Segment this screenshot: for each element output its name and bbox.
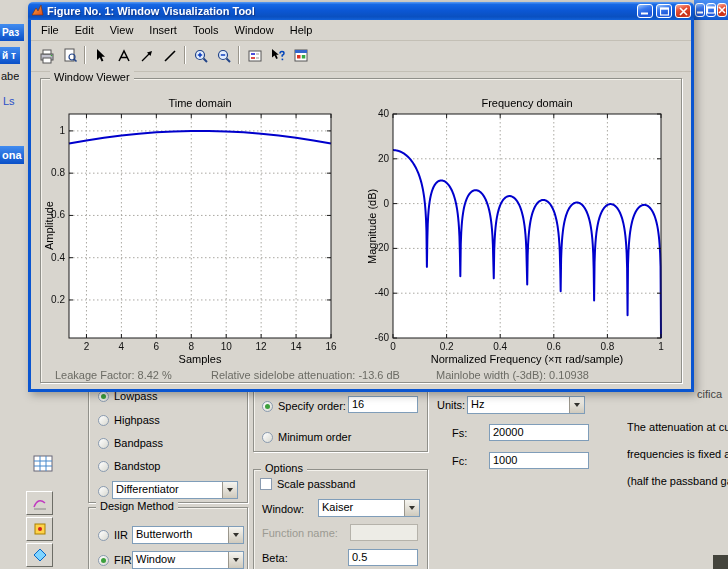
svg-text:0.8: 0.8: [600, 341, 614, 352]
print-button[interactable]: [35, 45, 58, 67]
radio-icon: [262, 432, 273, 443]
time-domain-plot: Time domain Amplitude 2468101214160.20.4…: [41, 79, 362, 382]
menu-insert[interactable]: Insert: [141, 21, 185, 39]
chevron-down-icon[interactable]: [228, 527, 243, 543]
minimize-button[interactable]: [695, 3, 705, 17]
radio-bandpass[interactable]: Bandpass: [98, 436, 163, 450]
menu-view[interactable]: View: [102, 21, 142, 39]
svg-text:12: 12: [256, 341, 268, 352]
svg-text:1: 1: [59, 125, 65, 136]
combo-value: Kaiser: [319, 500, 404, 516]
corner-fragment: [713, 555, 728, 569]
whats-this-button[interactable]: [266, 45, 289, 67]
frequency-domain-axes: 00.20.40.60.81-60-40-2002040: [362, 79, 683, 359]
scale-passband-checkbox[interactable]: Scale passband: [260, 477, 355, 491]
chevron-down-icon[interactable]: [222, 482, 237, 498]
svg-text:4: 4: [119, 341, 125, 352]
window-viewer-group: Window Viewer Time domain Amplitude 2468…: [40, 78, 682, 383]
maximize-button[interactable]: [706, 3, 716, 17]
sidebar-tool-button-3[interactable]: [26, 543, 53, 567]
units-select[interactable]: Hz: [467, 396, 585, 414]
radio-minimum-order[interactable]: Minimum order: [262, 430, 351, 444]
frequency-domain-plot: Frequency domain Magnitude (dB) 00.20.40…: [362, 79, 683, 382]
radio-label: Specify order:: [278, 400, 346, 412]
grid-view-icon[interactable]: [33, 455, 53, 472]
radio-icon: [98, 530, 109, 541]
insert-arrow-button[interactable]: [135, 45, 158, 67]
svg-text:16: 16: [325, 341, 337, 352]
radio-label: Minimum order: [278, 431, 351, 443]
radio-label: Bandstop: [114, 460, 160, 472]
fs-label: Fs:: [452, 427, 467, 439]
order-field[interactable]: 16: [348, 396, 418, 413]
chevron-down-icon[interactable]: [404, 500, 419, 516]
svg-text:20: 20: [378, 153, 390, 164]
group-label: Design Method: [96, 500, 178, 512]
toolbar-separator: [81, 46, 89, 66]
fc-label: Fc:: [452, 455, 467, 467]
zoom-out-button[interactable]: [212, 45, 235, 67]
menu-edit[interactable]: Edit: [67, 21, 102, 39]
menu-bar: File Edit View Insert Tools Window Help: [31, 20, 691, 41]
legend-button[interactable]: [243, 45, 266, 67]
edit-plot-button[interactable]: [89, 45, 112, 67]
menu-tools[interactable]: Tools: [185, 21, 227, 39]
maximize-button[interactable]: [656, 4, 672, 18]
svg-text:-20: -20: [375, 242, 390, 253]
window-label: Window:: [262, 503, 304, 515]
sidebar-tool-button-1[interactable]: [26, 491, 53, 515]
chevron-down-icon[interactable]: [228, 552, 243, 568]
fc-field[interactable]: 1000: [489, 452, 589, 469]
menu-file[interactable]: File: [33, 21, 67, 39]
radio-differentiator[interactable]: [98, 484, 109, 498]
fir-method-select[interactable]: Window: [132, 551, 244, 569]
svg-text:6: 6: [154, 341, 160, 352]
svg-text:1: 1: [658, 341, 664, 352]
svg-text:40: 40: [378, 108, 390, 119]
x-axis-label: Normalized Frequency (×π rad/sample): [393, 353, 661, 366]
figure-titlebar[interactable]: Figure No. 1: Window Visualization Tool: [28, 2, 694, 20]
x-axis-label: Samples: [69, 353, 331, 366]
svg-text:8: 8: [188, 341, 194, 352]
background-window-titlebar[interactable]: [694, 0, 728, 20]
leakage-factor-status: Leakage Factor: 8.42 %: [55, 369, 172, 381]
description-line: (half the passband ga: [627, 475, 728, 487]
menu-help[interactable]: Help: [282, 21, 321, 39]
toolbar: [31, 41, 691, 72]
sidebar-tool-button-2[interactable]: [26, 517, 53, 541]
combo-value: Window: [133, 552, 228, 568]
close-icon[interactable]: [717, 3, 727, 17]
close-icon[interactable]: [675, 4, 691, 18]
time-domain-axes: 2468101214160.20.40.60.81: [41, 79, 362, 359]
insert-text-button[interactable]: [112, 45, 135, 67]
description-line: The attenuation at cu: [627, 421, 728, 433]
radio-fir[interactable]: FIR: [98, 553, 132, 567]
sidelobe-attenuation-status: Relative sidelobe attenuation: -13.6 dB: [211, 369, 400, 381]
menu-window[interactable]: Window: [227, 21, 282, 39]
svg-text:0.4: 0.4: [51, 252, 65, 263]
combo-value: Butterworth: [133, 527, 228, 543]
insert-line-button[interactable]: [158, 45, 181, 67]
svg-text:0: 0: [390, 341, 396, 352]
figure-palette-button[interactable]: [289, 45, 312, 67]
mainlobe-width-status: Mainlobe width (-3dB): 0.10938: [436, 369, 589, 381]
window-type-select[interactable]: Kaiser: [318, 499, 420, 517]
minimize-button[interactable]: [637, 4, 653, 18]
zoom-in-button[interactable]: [189, 45, 212, 67]
radio-icon: [98, 415, 109, 426]
print-preview-button[interactable]: [58, 45, 81, 67]
radio-label: Bandpass: [114, 437, 163, 449]
fs-field[interactable]: 20000: [489, 424, 589, 441]
radio-specify-order[interactable]: Specify order:: [262, 399, 346, 413]
function-name-label: Function name:: [262, 527, 338, 539]
beta-field[interactable]: 0.5: [348, 549, 418, 566]
radio-bandstop[interactable]: Bandstop: [98, 459, 160, 473]
figure-window: Figure No. 1: Window Visualization Tool …: [28, 2, 694, 392]
radio-icon: [98, 486, 109, 497]
radio-iir[interactable]: IIR: [98, 528, 128, 542]
differentiator-select[interactable]: Differentiator: [112, 481, 238, 499]
iir-method-select[interactable]: Butterworth: [132, 526, 244, 544]
radio-highpass[interactable]: Highpass: [98, 413, 160, 427]
radio-label: IIR: [114, 529, 128, 541]
chevron-down-icon[interactable]: [569, 397, 584, 413]
